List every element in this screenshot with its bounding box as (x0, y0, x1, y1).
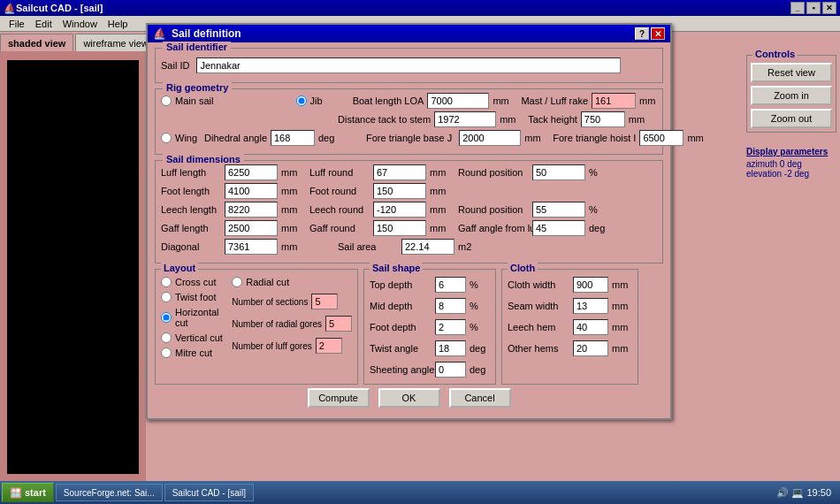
luff-gores-input[interactable] (316, 338, 342, 354)
display-params-title: Display parameters (746, 147, 836, 157)
leech-round-input[interactable] (373, 202, 426, 218)
top-depth-row: Top depth % (370, 277, 490, 293)
boat-length-input[interactable] (427, 93, 489, 109)
tab-shaded-view[interactable]: shaded view (0, 34, 73, 51)
sail-id-input[interactable] (196, 57, 621, 73)
taskbar-sourceforge[interactable]: SourceForge.net: Sai... (56, 484, 163, 501)
radio-wing[interactable] (161, 133, 172, 143)
radio-main-sail-label: Main sail (175, 95, 213, 106)
twist-unit: deg (470, 343, 487, 354)
restore-button[interactable]: ▪ (806, 2, 821, 14)
radio-horizontal-cut-label: Horizontal cut (175, 307, 223, 328)
gaff-round-unit: mm (430, 223, 447, 233)
seam-width-input[interactable] (573, 298, 608, 314)
sail-area-input[interactable] (401, 239, 454, 255)
gaff-round-input[interactable] (373, 220, 426, 236)
cloth-width-input[interactable] (573, 277, 608, 293)
sections-label: Number of sections (232, 297, 308, 307)
taskbar-sailcut[interactable]: Sailcut CAD - [sail] (164, 484, 254, 501)
leech-hem-unit: mm (612, 322, 630, 332)
foot-length-input[interactable] (225, 183, 278, 199)
ok-button[interactable]: OK (378, 388, 440, 408)
start-button[interactable]: 🪟 start (2, 483, 54, 502)
diagonal-input[interactable] (225, 239, 278, 255)
fore-base-input[interactable] (459, 130, 521, 146)
sail-area-label: Sail area (338, 241, 398, 252)
sheeting-input[interactable] (435, 362, 466, 378)
gaff-length-unit: mm (281, 223, 299, 233)
leech-round-unit: mm (430, 204, 447, 215)
mast-luff-input[interactable] (592, 93, 636, 109)
twist-input[interactable] (435, 340, 466, 356)
radial-gores-input[interactable] (325, 316, 352, 332)
zoom-out-button[interactable]: Zoom out (751, 109, 832, 128)
seam-width-row: Seam width mm (508, 298, 632, 314)
sections-input[interactable] (311, 294, 338, 309)
fore-hoist-input[interactable] (639, 130, 683, 146)
luff-pos-unit: % (589, 167, 607, 178)
radio-cross-cut-input[interactable] (161, 277, 172, 287)
leech-length-input[interactable] (225, 202, 278, 218)
luff-pos-input[interactable] (532, 164, 585, 180)
leech-hem-row: Leech hem mm (508, 319, 632, 335)
radio-jib-label: Jib (310, 95, 323, 106)
mid-depth-input[interactable] (435, 298, 466, 314)
luff-round-input[interactable] (373, 164, 426, 180)
top-depth-label: Top depth (370, 279, 431, 290)
tab-wireframe-view[interactable]: wireframe view (75, 34, 156, 51)
foot-depth-input[interactable] (435, 319, 466, 335)
main-area: ⛵ Sail definition ? ✕ Sail identifier Sa… (0, 51, 840, 481)
tack-height-input[interactable] (581, 111, 625, 127)
wing-row: Wing Dihedral angle deg Fore triangle ba… (161, 130, 657, 146)
gaff-angle-input[interactable] (532, 220, 585, 236)
dialog-close-button[interactable]: ✕ (651, 27, 665, 40)
mast-luff-label: Mast / Luff rake (521, 95, 588, 106)
radio-jib[interactable] (296, 95, 307, 106)
taskbar-time: 🔊 💻 19:50 (769, 487, 838, 499)
menu-window[interactable]: Window (57, 19, 103, 29)
reset-view-button[interactable]: Reset view (751, 63, 832, 82)
foot-depth-label: Foot depth (370, 322, 431, 332)
gaff-angle-unit: deg (589, 223, 607, 233)
rig-geometry-label: Rig geometry (163, 82, 232, 93)
close-button[interactable]: ✕ (822, 2, 836, 14)
zoom-in-button[interactable]: Zoom in (751, 86, 832, 105)
compute-button[interactable]: Compute (308, 388, 370, 408)
radio-main-sail[interactable] (161, 95, 172, 106)
leech-hem-input[interactable] (573, 319, 608, 335)
title-bar-buttons: _ ▪ ✕ (790, 2, 836, 14)
radio-mitre-cut-input[interactable] (161, 347, 172, 358)
radio-vertical-cut-input[interactable] (161, 332, 172, 343)
luff-round-label: Luff round (309, 167, 370, 178)
foot-round-input[interactable] (373, 183, 426, 199)
foot-length-label: Foot length (161, 186, 221, 196)
dihedral-input[interactable] (271, 130, 315, 146)
cancel-button[interactable]: Cancel (449, 388, 511, 408)
tack-height-unit: mm (629, 114, 646, 125)
seam-width-label: Seam width (508, 301, 569, 311)
top-depth-input[interactable] (435, 277, 466, 293)
taskbar: 🪟 start SourceForge.net: Sai... Sailcut … (0, 481, 840, 504)
radio-radial-cut-input[interactable] (232, 277, 242, 287)
menu-edit[interactable]: Edit (30, 19, 57, 29)
gaff-length-input[interactable] (225, 220, 278, 236)
radio-horizontal-cut-input[interactable] (161, 312, 172, 323)
display-params: Display parameters azimuth 0 deg elevati… (746, 143, 836, 179)
luff-length-unit: mm (281, 167, 299, 178)
distance-tack-input[interactable] (434, 111, 496, 127)
leech-pos-input[interactable] (532, 202, 585, 218)
sail-id-row: Sail ID (161, 52, 657, 77)
menu-file[interactable]: File (4, 19, 30, 29)
minimize-button[interactable]: _ (790, 2, 805, 14)
azimuth-value: azimuth 0 deg (746, 159, 836, 169)
radio-vertical-cut: Vertical cut (161, 332, 223, 343)
menu-help[interactable]: Help (103, 19, 134, 29)
other-hems-input[interactable] (573, 340, 608, 356)
radio-radial-cut-label: Radial cut (246, 277, 289, 287)
other-hems-row: Other hems mm (508, 340, 632, 356)
gaff-length-label: Gaff length (161, 223, 221, 233)
radio-twist-foot-input[interactable] (161, 292, 172, 302)
luff-length-input[interactable] (225, 164, 278, 180)
dialog-help-button[interactable]: ? (635, 27, 649, 40)
foot-length-unit: mm (281, 186, 299, 196)
